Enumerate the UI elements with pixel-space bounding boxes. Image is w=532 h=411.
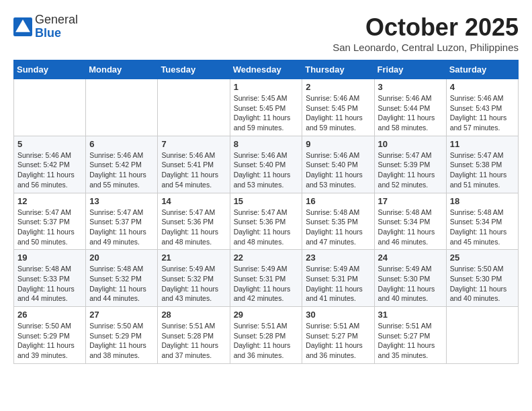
day-info: Sunrise: 5:51 AMSunset: 5:27 PMDaylight:… (378, 321, 443, 361)
calendar-cell: 3 Sunrise: 5:46 AMSunset: 5:44 PMDayligh… (374, 79, 446, 136)
logo-icon (13, 17, 32, 36)
calendar-cell: 28 Sunrise: 5:51 AMSunset: 5:28 PMDaylig… (158, 307, 230, 364)
title-block: October 2025 San Leonardo, Central Luzon… (332, 13, 519, 53)
calendar-cell: 18 Sunrise: 5:48 AMSunset: 5:34 PMDaylig… (446, 193, 518, 250)
day-info: Sunrise: 5:46 AMSunset: 5:40 PMDaylight:… (234, 150, 299, 190)
day-number: 29 (234, 310, 299, 320)
calendar-cell: 17 Sunrise: 5:48 AMSunset: 5:34 PMDaylig… (374, 193, 446, 250)
day-number: 18 (450, 196, 515, 206)
calendar-cell (158, 79, 230, 136)
calendar-cell: 6 Sunrise: 5:46 AMSunset: 5:42 PMDayligh… (86, 136, 158, 193)
calendar-cell (86, 79, 158, 136)
day-number: 19 (17, 253, 82, 263)
calendar-cell (446, 307, 518, 364)
day-info: Sunrise: 5:48 AMSunset: 5:33 PMDaylight:… (17, 264, 82, 304)
weekday-header: Monday (86, 60, 158, 79)
weekday-header: Thursday (302, 60, 374, 79)
calendar-cell: 8 Sunrise: 5:46 AMSunset: 5:40 PMDayligh… (230, 136, 302, 193)
calendar-cell: 31 Sunrise: 5:51 AMSunset: 5:27 PMDaylig… (374, 307, 446, 364)
calendar-cell: 1 Sunrise: 5:45 AMSunset: 5:45 PMDayligh… (230, 79, 302, 136)
day-number: 7 (161, 139, 226, 149)
calendar-table: SundayMondayTuesdayWednesdayThursdayFrid… (13, 60, 519, 364)
day-number: 3 (378, 82, 443, 92)
day-number: 22 (234, 253, 299, 263)
day-info: Sunrise: 5:49 AMSunset: 5:31 PMDaylight:… (306, 264, 370, 304)
day-info: Sunrise: 5:46 AMSunset: 5:44 PMDaylight:… (378, 93, 443, 133)
calendar-cell: 30 Sunrise: 5:51 AMSunset: 5:27 PMDaylig… (302, 307, 374, 364)
day-number: 2 (306, 82, 370, 92)
weekday-header: Wednesday (230, 60, 302, 79)
calendar-cell: 21 Sunrise: 5:49 AMSunset: 5:32 PMDaylig… (158, 250, 230, 307)
day-info: Sunrise: 5:48 AMSunset: 5:35 PMDaylight:… (306, 208, 370, 247)
weekday-header: Sunday (14, 60, 86, 79)
day-info: Sunrise: 5:47 AMSunset: 5:38 PMDaylight:… (450, 150, 515, 190)
day-info: Sunrise: 5:50 AMSunset: 5:29 PMDaylight:… (89, 321, 154, 361)
calendar-week-row: 19 Sunrise: 5:48 AMSunset: 5:33 PMDaylig… (14, 250, 519, 307)
day-info: Sunrise: 5:45 AMSunset: 5:45 PMDaylight:… (234, 93, 299, 133)
weekday-header: Friday (374, 60, 446, 79)
calendar-week-row: 1 Sunrise: 5:45 AMSunset: 5:45 PMDayligh… (14, 79, 519, 136)
day-number: 23 (306, 253, 370, 263)
calendar-cell: 9 Sunrise: 5:46 AMSunset: 5:40 PMDayligh… (302, 136, 374, 193)
calendar-cell: 12 Sunrise: 5:47 AMSunset: 5:37 PMDaylig… (14, 193, 86, 250)
logo-general: General (35, 13, 78, 27)
day-number: 25 (450, 253, 515, 263)
calendar-cell: 27 Sunrise: 5:50 AMSunset: 5:29 PMDaylig… (86, 307, 158, 364)
day-info: Sunrise: 5:46 AMSunset: 5:40 PMDaylight:… (306, 150, 370, 190)
day-number: 4 (450, 82, 515, 92)
day-number: 24 (378, 253, 443, 263)
day-info: Sunrise: 5:49 AMSunset: 5:30 PMDaylight:… (378, 264, 443, 304)
day-info: Sunrise: 5:46 AMSunset: 5:45 PMDaylight:… (306, 93, 370, 133)
day-info: Sunrise: 5:48 AMSunset: 5:32 PMDaylight:… (89, 264, 154, 304)
day-number: 16 (306, 196, 370, 206)
calendar-cell: 24 Sunrise: 5:49 AMSunset: 5:30 PMDaylig… (374, 250, 446, 307)
logo: General Blue (13, 13, 78, 40)
calendar-cell: 5 Sunrise: 5:46 AMSunset: 5:42 PMDayligh… (14, 136, 86, 193)
day-info: Sunrise: 5:50 AMSunset: 5:29 PMDaylight:… (17, 321, 82, 361)
month-title: October 2025 (332, 13, 519, 42)
day-number: 12 (17, 196, 82, 206)
day-info: Sunrise: 5:49 AMSunset: 5:32 PMDaylight:… (161, 264, 226, 304)
calendar-week-row: 12 Sunrise: 5:47 AMSunset: 5:37 PMDaylig… (14, 193, 519, 250)
day-info: Sunrise: 5:47 AMSunset: 5:36 PMDaylight:… (234, 208, 299, 247)
day-number: 21 (161, 253, 226, 263)
day-info: Sunrise: 5:48 AMSunset: 5:34 PMDaylight:… (450, 208, 515, 247)
day-number: 8 (234, 139, 299, 149)
day-number: 10 (378, 139, 443, 149)
day-number: 14 (161, 196, 226, 206)
day-number: 30 (306, 310, 370, 320)
calendar-cell: 22 Sunrise: 5:49 AMSunset: 5:31 PMDaylig… (230, 250, 302, 307)
page-header: General Blue October 2025 San Leonardo, … (13, 13, 519, 53)
calendar-cell: 10 Sunrise: 5:47 AMSunset: 5:39 PMDaylig… (374, 136, 446, 193)
calendar-cell: 26 Sunrise: 5:50 AMSunset: 5:29 PMDaylig… (14, 307, 86, 364)
calendar-cell: 19 Sunrise: 5:48 AMSunset: 5:33 PMDaylig… (14, 250, 86, 307)
day-number: 9 (306, 139, 370, 149)
calendar-cell: 13 Sunrise: 5:47 AMSunset: 5:37 PMDaylig… (86, 193, 158, 250)
day-number: 17 (378, 196, 443, 206)
day-info: Sunrise: 5:46 AMSunset: 5:41 PMDaylight:… (161, 150, 226, 190)
day-info: Sunrise: 5:50 AMSunset: 5:30 PMDaylight:… (450, 264, 515, 304)
day-info: Sunrise: 5:46 AMSunset: 5:42 PMDaylight:… (89, 150, 154, 190)
weekday-header: Saturday (446, 60, 518, 79)
day-info: Sunrise: 5:51 AMSunset: 5:28 PMDaylight:… (234, 321, 299, 361)
day-info: Sunrise: 5:47 AMSunset: 5:37 PMDaylight:… (17, 208, 82, 247)
day-number: 1 (234, 82, 299, 92)
day-number: 31 (378, 310, 443, 320)
day-number: 27 (89, 310, 154, 320)
calendar-week-row: 26 Sunrise: 5:50 AMSunset: 5:29 PMDaylig… (14, 307, 519, 364)
calendar-cell: 4 Sunrise: 5:46 AMSunset: 5:43 PMDayligh… (446, 79, 518, 136)
calendar-cell: 14 Sunrise: 5:47 AMSunset: 5:36 PMDaylig… (158, 193, 230, 250)
day-info: Sunrise: 5:47 AMSunset: 5:39 PMDaylight:… (378, 150, 443, 190)
day-info: Sunrise: 5:48 AMSunset: 5:34 PMDaylight:… (378, 208, 443, 247)
day-number: 28 (161, 310, 226, 320)
day-info: Sunrise: 5:51 AMSunset: 5:28 PMDaylight:… (161, 321, 226, 361)
calendar-cell: 20 Sunrise: 5:48 AMSunset: 5:32 PMDaylig… (86, 250, 158, 307)
calendar-cell: 29 Sunrise: 5:51 AMSunset: 5:28 PMDaylig… (230, 307, 302, 364)
calendar-cell: 2 Sunrise: 5:46 AMSunset: 5:45 PMDayligh… (302, 79, 374, 136)
day-number: 6 (89, 139, 154, 149)
day-number: 11 (450, 139, 515, 149)
logo-blue: Blue (35, 27, 78, 40)
calendar-cell: 15 Sunrise: 5:47 AMSunset: 5:36 PMDaylig… (230, 193, 302, 250)
day-info: Sunrise: 5:46 AMSunset: 5:42 PMDaylight:… (17, 150, 82, 190)
weekday-header: Tuesday (158, 60, 230, 79)
